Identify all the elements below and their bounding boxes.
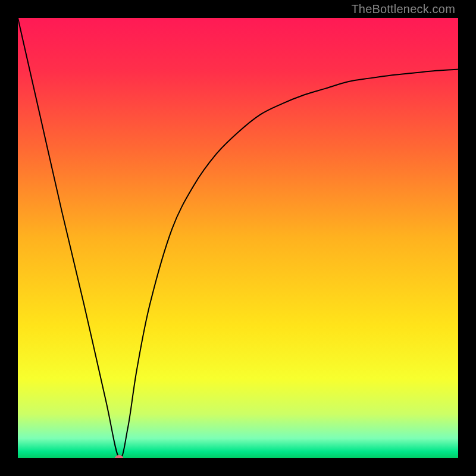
watermark-label: TheBottleneck.com [351,2,455,16]
chart-frame: TheBottleneck.com [0,0,476,476]
bottleneck-curve [18,18,458,458]
curve-layer [18,18,458,458]
plot-area [18,18,458,458]
